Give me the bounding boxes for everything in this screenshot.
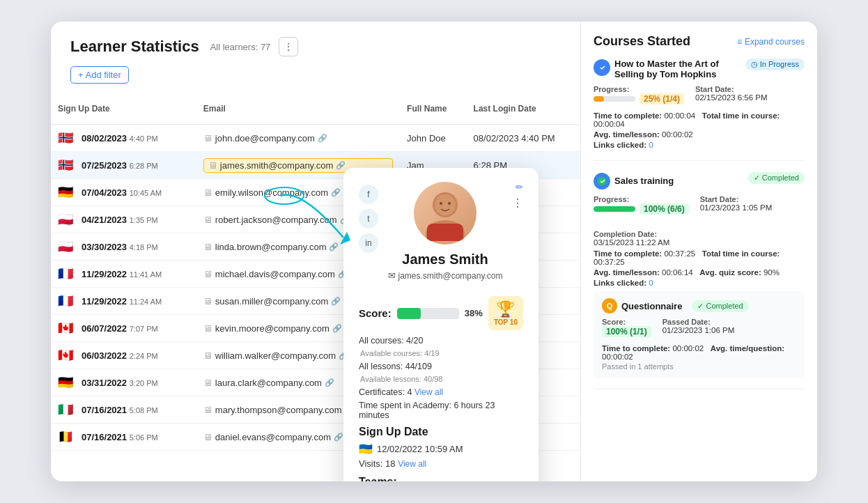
progress-col-sales: Progress: 100% (6/6) [594,195,689,219]
flag-icon: 🇩🇪 [58,375,73,390]
twitter-icon[interactable]: t [359,209,378,229]
profile-panel: f t in [343,168,538,481]
score-label: Score: [359,307,392,319]
view-all-visits[interactable]: View all [398,459,426,469]
monitor-icon: 🖥 [208,160,217,171]
expand-label: Expand courses [745,37,805,47]
time-value: 11:41 AM [130,270,162,279]
linkedin-icon[interactable]: in [359,233,378,253]
monitor-icon: 🖥 [203,296,212,307]
link-icon[interactable]: 🔗 [334,433,343,442]
progress-text-1: 25% (1/4) [640,93,684,105]
date-value: 07/25/2023 [82,160,127,171]
all-courses-stat: All courses: 4/20 [359,336,523,346]
link-icon[interactable]: 🔗 [329,242,339,252]
cell-date: 🇫🇷 11/29/2022 11:24 AM [51,288,196,315]
score-bar-fill [397,308,421,319]
links-1: Links clicked: 0 [594,141,805,149]
q-score: 100% (1/1) [602,326,651,337]
cell-login: 08/02/2023 4:40 PM [467,125,584,152]
q-header: Q Questionnaire ✓ Completed [602,298,796,314]
edit-button[interactable]: ✏ [516,182,523,192]
questionnaire-item: Q Questionnaire ✓ Completed Score: 100% … [594,291,805,378]
cell-date: 🇩🇪 07/04/2023 10:45 AM [51,179,196,206]
completion-col-sales: Completion Date: 03/15/2023 11:22 AM [594,230,669,247]
available-courses-stat: Available courses: 4/19 [359,349,523,357]
cell-date: 🇫🇷 11/29/2022 11:41 AM [51,261,196,288]
flag-icon: 🇫🇷 [58,266,73,281]
avg-time-1: Avg. time/lesson: 00:00:02 [594,130,805,139]
course-name-sales: Sales training [614,176,748,186]
q-attempts: Passed in 1 attempts [602,362,796,371]
email-text: john.doe@company.com [215,133,315,144]
visits-row: Visits: 18 View all [359,458,523,469]
link-icon[interactable]: 🔗 [318,134,327,143]
svg-point-9 [598,177,606,185]
date-value: 11/29/2022 [82,296,127,307]
course-icon-1 [594,59,610,76]
courses-panel: Courses Started ≡ Expand courses How to … [580,22,817,481]
time-value: 6:28 PM [130,162,158,170]
link-icon[interactable]: 🔗 [336,161,346,170]
avg-sales: Avg. time/lesson: 00:06:14 Avg. quiz sco… [594,268,805,277]
learner-count: All learners: 77 [210,42,271,52]
avatar [414,182,476,245]
date-value: 08/02/2023 [82,133,127,144]
monitor-icon: 🖥 [203,215,212,225]
expand-courses-button[interactable]: ≡ Expand courses [737,37,805,47]
course-item-sales: Sales training ✓Completed Progress: 100%… [594,172,805,389]
email-text: daniel.evans@company.com [215,432,331,442]
profile-more-button[interactable]: ⋮ [512,196,523,210]
page-title: Learner Statistics [70,38,199,56]
monitor-icon: 🖥 [203,378,212,388]
start-date-sales: 01/23/2023 1:05 PM [700,203,773,212]
score-bar [397,308,459,319]
expand-icon: ≡ [737,37,742,47]
time-value: 5:08 PM [130,406,158,415]
svg-rect-3 [427,224,463,241]
col-signup: Sign Up Date [51,93,196,125]
monitor-icon: 🖥 [203,432,212,442]
cell-name: John Doe [400,125,466,152]
certificates-stat: Certificates: 4 View all [359,387,523,397]
trophy-badge: 🏆 TOP 10 [488,296,523,330]
time-complete-sales: Time to complete: 00:37:25 Total time in… [594,249,805,266]
email-text: laura.clark@company.com [215,378,322,388]
flag-icon: 🇨🇦 [58,320,73,336]
link-icon[interactable]: 🔗 [331,297,341,306]
link-icon[interactable]: 🔗 [332,324,342,333]
cell-date: 🇧🇪 07/16/2021 5:06 PM [51,424,196,451]
social-icons: f t in [359,185,378,253]
start-date-col-sales: Start Date: 01/23/2023 1:05 PM [700,195,773,219]
email-text: linda.brown@company.com [215,242,327,252]
email-text: james.smith@company.com [220,160,334,171]
add-filter-button[interactable]: + Add filter [70,66,129,84]
main-card: Learner Statistics All learners: 77 ⋮ + … [51,22,817,481]
facebook-icon[interactable]: f [359,185,378,204]
monitor-icon: 🖥 [203,187,212,198]
q-icon: Q [602,298,617,314]
link-icon[interactable]: 🔗 [331,188,341,197]
course-icon-sales [594,173,610,189]
email-text: william.walker@company.com [215,350,336,361]
course-header-sales: Sales training ✓Completed [594,172,805,189]
flag-icon: 🇫🇷 [58,293,73,309]
completion-date-sales: 03/15/2023 11:22 AM [594,238,669,247]
score-row: Score: 38% 🏆 TOP 10 [359,296,523,330]
email-text: robert.jackson@company.com [215,215,337,225]
all-lessons-stat: All lessons: 44/109 [359,362,523,371]
more-menu-button[interactable]: ⋮ [279,37,298,56]
monitor-icon: 🖥 [203,350,212,361]
date-value: 06/07/2022 [82,323,127,334]
date-value: 04/21/2023 [82,215,127,225]
flag-icon: 🇨🇦 [58,348,73,363]
cell-date: 🇵🇱 04/21/2023 1:35 PM [51,206,196,233]
progress-text-sales: 100% (6/6) [640,203,689,215]
time-spent-stat: Time spent in Academy: 6 hours 23 minute… [359,401,523,420]
email-text: mary.thompson@company.com [215,405,342,415]
time-value: 1:35 PM [130,216,158,224]
view-all-certs[interactable]: View all [414,387,443,397]
link-icon[interactable]: 🔗 [325,378,334,387]
svg-point-5 [448,202,451,205]
email-text: michael.davis@company.com [215,269,335,279]
